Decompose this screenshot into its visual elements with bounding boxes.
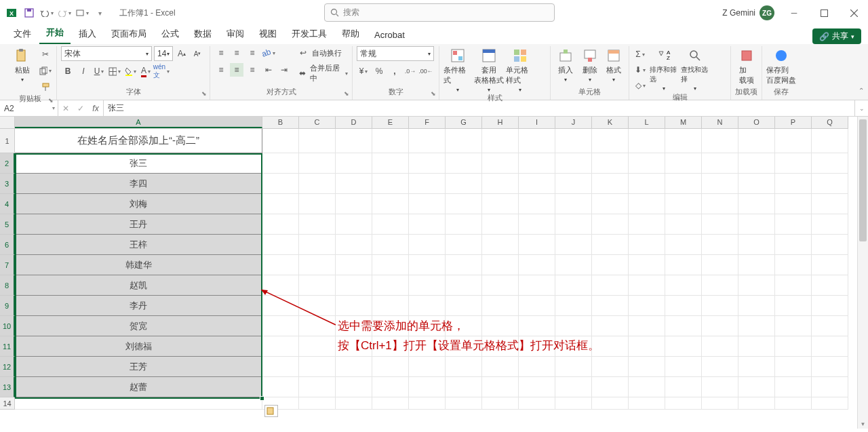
row-header-13[interactable]: 13 <box>0 377 15 397</box>
cell-M9[interactable] <box>665 296 702 316</box>
row-header-14[interactable]: 14 <box>0 397 15 410</box>
cell-O1[interactable] <box>738 129 775 153</box>
scroll-down-icon[interactable]: ▼ <box>858 419 868 429</box>
cell-D14[interactable] <box>336 397 372 410</box>
cell-C6[interactable] <box>299 235 336 255</box>
enter-formula-icon[interactable]: ✓ <box>73 104 88 113</box>
row-header-7[interactable]: 7 <box>0 255 15 275</box>
cell-I8[interactable] <box>519 275 555 296</box>
cell-K3[interactable] <box>592 174 629 194</box>
cell-F5[interactable] <box>409 214 446 235</box>
row-header-4[interactable]: 4 <box>0 194 15 214</box>
cell-E7[interactable] <box>372 255 409 275</box>
orientation-icon[interactable]: ab <box>262 46 275 60</box>
cell-G12[interactable] <box>446 357 482 377</box>
cell-F8[interactable] <box>409 275 446 296</box>
cell-J2[interactable] <box>555 153 592 174</box>
cell-L8[interactable] <box>629 275 665 296</box>
cell-N5[interactable] <box>702 214 738 235</box>
cell-J1[interactable] <box>555 129 592 153</box>
cell-C14[interactable] <box>299 397 336 410</box>
cell-B11[interactable] <box>262 336 299 357</box>
halign-left-icon[interactable]: ≡ <box>214 63 228 77</box>
cell-Q6[interactable] <box>812 235 848 255</box>
cell-L2[interactable] <box>629 153 665 174</box>
cell-L5[interactable] <box>629 214 665 235</box>
cell-Q2[interactable] <box>812 153 848 174</box>
cell-O11[interactable] <box>738 336 775 357</box>
cell-F4[interactable] <box>409 194 446 214</box>
cell-I1[interactable] <box>519 129 555 153</box>
col-header-P[interactable]: P <box>775 117 812 128</box>
cell-M6[interactable] <box>665 235 702 255</box>
row-header-3[interactable]: 3 <box>0 174 15 194</box>
cell-L4[interactable] <box>629 194 665 214</box>
tab-dev[interactable]: 开发工具 <box>285 24 334 44</box>
cell-G9[interactable] <box>446 296 482 316</box>
cell-B1[interactable] <box>262 129 299 153</box>
cell-M12[interactable] <box>665 357 702 377</box>
cell-G5[interactable] <box>446 214 482 235</box>
cell-P9[interactable] <box>775 296 812 316</box>
cell-B9[interactable] <box>262 296 299 316</box>
cell-B13[interactable] <box>262 377 299 397</box>
cell-M2[interactable] <box>665 153 702 174</box>
cell-C3[interactable] <box>299 174 336 194</box>
cell-E14[interactable] <box>372 397 409 410</box>
cell-Q14[interactable] <box>812 397 848 410</box>
wrap-text-button[interactable]: ↩自动换行 <box>296 46 348 60</box>
cell-G2[interactable] <box>446 153 482 174</box>
col-header-B[interactable]: B <box>262 117 299 128</box>
row-header-10[interactable]: 10 <box>0 316 15 336</box>
col-header-J[interactable]: J <box>555 117 592 128</box>
currency-icon[interactable]: ¥ <box>357 64 370 78</box>
cell-A13[interactable]: 赵蕾 <box>15 377 262 397</box>
cell-I5[interactable] <box>519 214 555 235</box>
cell-J3[interactable] <box>555 174 592 194</box>
col-header-N[interactable]: N <box>702 117 738 128</box>
cell-Q4[interactable] <box>812 194 848 214</box>
undo-button[interactable] <box>39 5 54 20</box>
cell-M8[interactable] <box>665 275 702 296</box>
cell-N14[interactable] <box>702 397 738 410</box>
cell-D2[interactable] <box>336 153 372 174</box>
cell-I14[interactable] <box>519 397 555 410</box>
cell-Q1[interactable] <box>812 129 848 153</box>
cell-Q8[interactable] <box>812 275 848 296</box>
cell-M11[interactable] <box>665 336 702 357</box>
cell-P7[interactable] <box>775 255 812 275</box>
cell-A14[interactable] <box>15 397 262 410</box>
cell-L6[interactable] <box>629 235 665 255</box>
copy-icon[interactable] <box>39 64 52 77</box>
cell-J4[interactable] <box>555 194 592 214</box>
cond-format-button[interactable]: 条件格式▾ <box>443 46 472 93</box>
cell-C12[interactable] <box>299 357 336 377</box>
cell-N2[interactable] <box>702 153 738 174</box>
cell-P8[interactable] <box>775 275 812 296</box>
cell-J12[interactable] <box>555 357 592 377</box>
cell-O6[interactable] <box>738 235 775 255</box>
cell-C2[interactable] <box>299 153 336 174</box>
inc-decimal-icon[interactable]: .0→ <box>403 64 417 78</box>
cell-C5[interactable] <box>299 214 336 235</box>
cell-J8[interactable] <box>555 275 592 296</box>
cell-B6[interactable] <box>262 235 299 255</box>
cell-P5[interactable] <box>775 214 812 235</box>
cell-K12[interactable] <box>592 357 629 377</box>
save-baidu-button[interactable]: 保存到 百度网盘 <box>766 46 796 85</box>
cell-E6[interactable] <box>372 235 409 255</box>
cell-P3[interactable] <box>775 174 812 194</box>
cell-E1[interactable] <box>372 129 409 153</box>
cell-O3[interactable] <box>738 174 775 194</box>
cell-D6[interactable] <box>336 235 372 255</box>
cell-N4[interactable] <box>702 194 738 214</box>
cell-H12[interactable] <box>482 357 519 377</box>
fill-icon[interactable]: ⬇ <box>633 63 647 77</box>
cell-O4[interactable] <box>738 194 775 214</box>
cell-A2[interactable]: 张三 <box>15 153 262 174</box>
cell-A5[interactable]: 王丹 <box>15 214 262 235</box>
row-header-6[interactable]: 6 <box>0 235 15 255</box>
cell-J7[interactable] <box>555 255 592 275</box>
cell-A4[interactable]: 刘梅 <box>15 194 262 214</box>
halign-center-icon[interactable]: ≡ <box>230 63 243 77</box>
